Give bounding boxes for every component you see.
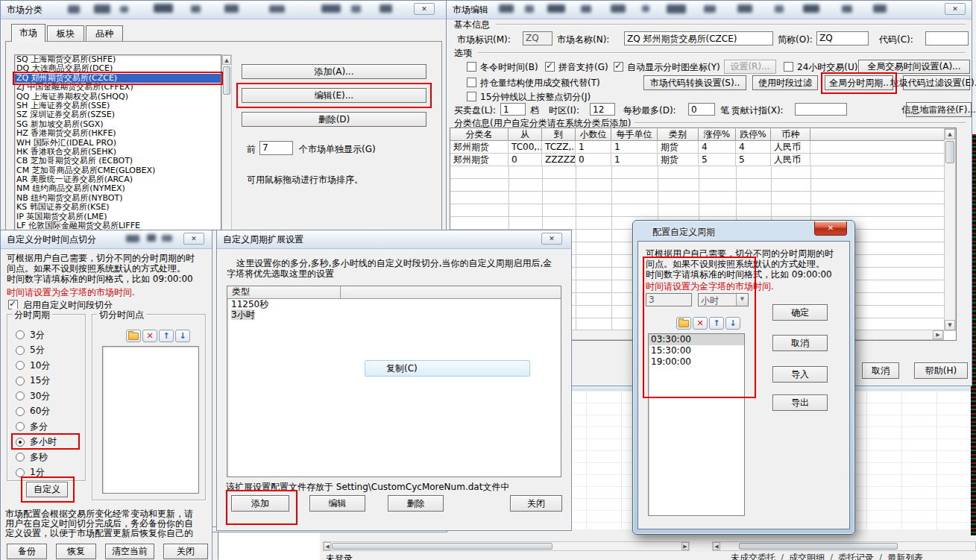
global-time-button[interactable]: 全局交易时间设置(A)... <box>858 60 970 74</box>
close-button[interactable]: 关闭 <box>510 495 562 512</box>
max-per-second-input[interactable]: 0 <box>688 103 715 116</box>
h24-checkbox[interactable] <box>784 62 793 72</box>
close-icon[interactable]: ✕ <box>541 233 562 245</box>
period-radio-option[interactable]: 1分 <box>10 465 81 481</box>
auto-axis-checkbox[interactable] <box>614 62 623 72</box>
radio-icon[interactable] <box>16 377 25 386</box>
period-radio-option[interactable]: 3分 <box>10 327 81 343</box>
m15-checkbox[interactable] <box>467 92 476 101</box>
help-button[interactable]: 帮助(H) <box>914 362 968 379</box>
tab-board[interactable]: 板块 <box>47 25 84 42</box>
export-button[interactable]: 导出 <box>772 394 828 411</box>
custom-button[interactable]: 自定义 <box>26 482 68 497</box>
table-header-cell[interactable]: 类别 <box>658 128 699 141</box>
period-radio-option[interactable]: 10分 <box>10 358 81 374</box>
market-list[interactable]: SQ 上海期货交易所(SHFE) DQ 大连商品交易所(DCE) ZQ 郑州期货… <box>14 54 221 230</box>
cycle-ext-titlebar[interactable]: 自定义周期扩展设置 ✕ <box>217 230 571 249</box>
market-list-item[interactable]: SZ 深圳证券交易所(SZSE) <box>15 110 221 119</box>
market-edit-titlebar[interactable]: 市场编辑 ✕ <box>447 1 972 19</box>
radio-icon[interactable] <box>16 453 25 462</box>
time-list-item[interactable]: 19:00:00 <box>649 356 744 368</box>
market-list-item[interactable]: ZJ 中国金融期货交易所(CFFEX) <box>15 83 221 92</box>
close-button[interactable]: 关闭 <box>163 544 208 559</box>
global-minute-button[interactable]: 全局分时周期.. <box>825 75 893 90</box>
move-up-button[interactable]: ↑ <box>159 330 174 342</box>
cancel-button[interactable]: 取消 <box>772 335 828 351</box>
radio-icon[interactable] <box>16 407 25 416</box>
edit-button[interactable]: 编辑(E)... <box>242 88 426 103</box>
cycle-type-header[interactable]: 类型 <box>227 286 561 299</box>
radio-icon[interactable] <box>16 468 25 477</box>
cycle-value-input[interactable]: 3 <box>646 293 692 306</box>
move-up-button[interactable]: ↑ <box>709 317 724 330</box>
table-header-cell[interactable]: 小数位 <box>576 128 611 141</box>
scroll-left-icon[interactable]: ◀ <box>713 542 720 550</box>
tab-market[interactable]: 市场 <box>11 24 45 42</box>
code-convert-button[interactable]: 市场代码转换设置(S).. <box>643 75 746 90</box>
period-radio-option[interactable]: 30分 <box>10 388 81 404</box>
table-vscrollbar[interactable]: ▲ ▼ <box>944 128 956 331</box>
bottom-tab[interactable]: 未成交委托 <box>731 552 789 560</box>
time-filter-button[interactable]: 使用时段过滤 <box>752 75 818 90</box>
add-button[interactable]: 添加(A)... <box>242 64 426 79</box>
junk-filter-button[interactable]: 垃圾代码过滤设置(E)... <box>903 75 970 90</box>
cycle-type-item[interactable]: 11250秒 <box>229 300 559 310</box>
bid-input[interactable]: 1 <box>500 103 526 116</box>
code-field[interactable] <box>925 31 969 45</box>
cycle-unit-dropdown[interactable]: 小时 ▼ <box>698 293 749 306</box>
open-folder-button[interactable] <box>126 330 141 342</box>
clear-current-button[interactable]: 清空当前 <box>105 544 154 559</box>
table-header-cell[interactable]: 币种 <box>771 128 810 141</box>
table-row[interactable]: 郑州期货 0 ZZZZZZ 0 1 期货 5 5 人民币 <box>450 154 944 166</box>
move-down-button[interactable]: ↓ <box>175 330 190 342</box>
delete-time-button[interactable]: ✕ <box>693 317 708 330</box>
delete-time-button[interactable]: ✕ <box>142 330 157 342</box>
radio-icon[interactable] <box>16 346 25 355</box>
cycle-type-table[interactable]: 类型 11250秒 3小时 <box>227 286 561 477</box>
edit-button[interactable]: 编辑 <box>309 495 365 512</box>
scrollbar-thumb[interactable] <box>945 141 954 163</box>
market-list-scrollbar[interactable]: ▲ <box>221 54 232 230</box>
info-path-button[interactable]: 信息地雷路径(F)... <box>906 102 972 117</box>
scroll-right-icon[interactable]: ▶ <box>933 330 943 339</box>
restore-button[interactable]: 恢复 <box>56 544 96 559</box>
market-list-item[interactable]: DQ 大连商品交易所(DCE) <box>15 64 221 73</box>
chevron-down-icon[interactable]: ▼ <box>736 294 748 306</box>
scroll-up-icon[interactable]: ▲ <box>222 55 231 65</box>
scroll-down-icon[interactable]: ▼ <box>945 320 955 330</box>
add-button[interactable]: 添加 <box>231 495 289 512</box>
table-header-cell[interactable]: 跌停% <box>736 128 771 141</box>
period-radio-option[interactable]: 15分 <box>10 374 81 389</box>
pinyin-checkbox[interactable] <box>545 62 555 72</box>
close-icon[interactable]: ✕ <box>945 3 966 15</box>
tab-variety[interactable]: 品种 <box>86 25 123 42</box>
copy-button[interactable]: 复制(C) <box>365 360 530 377</box>
cancel-button[interactable]: 取消 <box>862 362 899 379</box>
time-list-item[interactable]: 15:30:00 <box>649 345 744 356</box>
scroll-left-icon[interactable]: ◀ <box>324 542 331 550</box>
type-column-header[interactable]: 类型 <box>227 286 341 298</box>
delete-button[interactable]: 删除(D) <box>242 112 426 127</box>
table-header-cell[interactable]: 涨停% <box>699 128 736 141</box>
bottom-tab[interactable]: 最新列表 <box>887 552 934 560</box>
time-list-item[interactable]: 03:30:00 <box>649 334 744 345</box>
period-radio-option[interactable]: 多秒 <box>10 450 81 465</box>
time-points-list[interactable]: 03:30:00 15:30:00 19:00:00 <box>648 333 745 516</box>
scroll-right-icon[interactable]: ▶ <box>681 542 689 550</box>
period-radio-option[interactable]: 多小时 <box>10 435 81 450</box>
setting-button[interactable]: 设置(R)... <box>724 60 776 74</box>
market-list-item[interactable]: HZ 香港期货交易所(HKFE) <box>15 129 221 138</box>
scrollbar-thumb[interactable] <box>223 66 230 95</box>
time-split-titlebar[interactable]: 自定义分时时间点切分 ✕ <box>1 230 212 249</box>
radio-icon[interactable] <box>16 422 25 431</box>
short-name-field[interactable]: ZQ <box>816 31 869 45</box>
bottom-left-scrollbar[interactable]: ◀ ▶ <box>323 541 690 551</box>
market-category-titlebar[interactable]: 市场分类 ✕ <box>1 1 447 19</box>
bottom-tab[interactable]: 成交明细 <box>789 552 838 560</box>
open-folder-button[interactable] <box>676 317 691 330</box>
front-count-input[interactable]: 7 <box>259 141 293 155</box>
table-header-cell[interactable]: 分类名 <box>450 128 509 141</box>
radio-icon[interactable] <box>16 438 25 447</box>
radio-icon[interactable] <box>16 391 25 400</box>
table-header-cell[interactable]: 到 <box>542 128 576 141</box>
